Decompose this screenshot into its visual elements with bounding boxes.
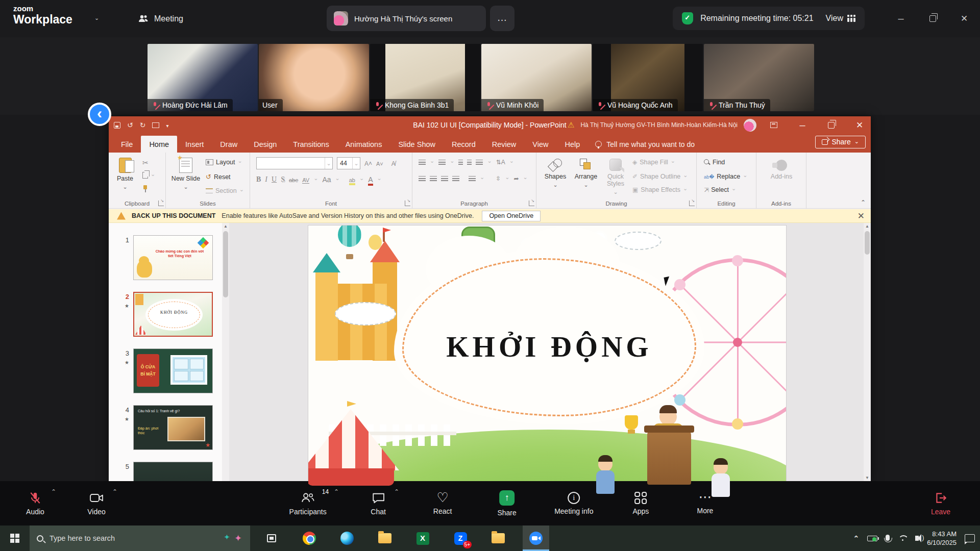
tab-view[interactable]: View <box>524 136 556 153</box>
ppt-minimize-button[interactable] <box>791 116 814 134</box>
previous-videos-button[interactable] <box>88 103 111 126</box>
decrease-indent-icon[interactable] <box>458 160 463 165</box>
shrink-font-icon[interactable] <box>376 159 383 167</box>
customize-qat-icon[interactable] <box>166 121 168 129</box>
close-button[interactable] <box>948 0 980 37</box>
tab-home[interactable]: Home <box>141 136 177 153</box>
shapes-button[interactable]: Shapes <box>542 159 569 189</box>
find-button[interactable]: Find <box>704 159 725 166</box>
video-options-chevron[interactable] <box>112 488 117 495</box>
tab-meeting[interactable]: Meeting <box>131 7 190 31</box>
video-tile[interactable]: Trần Thu Thuỷ <box>704 44 814 111</box>
thumbnail[interactable] <box>133 462 213 481</box>
speaker-icon[interactable] <box>915 536 919 541</box>
arrange-button[interactable]: Arrange <box>571 159 601 189</box>
align-text-icon[interactable]: ⇳ <box>496 175 501 182</box>
audio-options-chevron[interactable] <box>51 488 56 495</box>
tell-me-box[interactable]: Tell me what you want to do <box>595 136 695 153</box>
replace-button[interactable]: Replace <box>704 173 747 180</box>
search-highlights[interactable] <box>224 533 242 544</box>
tab-animations[interactable]: Animations <box>337 136 390 153</box>
leave-button[interactable]: Leave <box>919 481 963 525</box>
start-button[interactable] <box>0 525 30 551</box>
columns-icon[interactable] <box>469 176 476 182</box>
warning-icon[interactable] <box>568 120 574 130</box>
collapse-ribbon-icon[interactable] <box>861 199 866 206</box>
slide[interactable]: KHỞI ĐỘNG <box>308 226 786 511</box>
redo-icon[interactable] <box>140 121 146 129</box>
character-spacing-icon[interactable] <box>302 176 309 184</box>
account-avatar[interactable] <box>744 119 756 132</box>
thumbnail[interactable]: Câu hỏi số 1: Tranh vẽ gì? Đáp án: phơi … <box>133 405 213 450</box>
scroll-up-icon[interactable] <box>222 224 229 229</box>
excel-button[interactable] <box>409 525 436 551</box>
chrome-button[interactable] <box>296 525 323 551</box>
slide-thumbnail-2-selected[interactable]: 2 KHỞI ĐỘNG <box>116 292 222 337</box>
shape-effects-button[interactable]: Shape Effects <box>632 186 688 193</box>
tab-more-button[interactable] <box>490 6 514 31</box>
scroll-down-icon[interactable] <box>864 475 871 480</box>
bold-icon[interactable] <box>256 175 261 184</box>
paste-button[interactable]: Paste <box>113 158 137 191</box>
italic-icon[interactable] <box>265 175 267 184</box>
dialog-launcher-icon[interactable] <box>689 201 695 206</box>
ppt-restore-button[interactable] <box>820 116 842 134</box>
thumbnail[interactable]: Chào mừng các con đến với tiết Tiếng Việ… <box>133 235 213 280</box>
notification-center-icon[interactable] <box>965 534 975 542</box>
font-name-combo[interactable] <box>256 157 333 169</box>
grow-font-icon[interactable] <box>364 159 372 167</box>
view-button[interactable]: View <box>826 14 855 23</box>
zalo-button[interactable]: 5+ <box>447 525 474 551</box>
copy-button[interactable] <box>142 172 155 179</box>
tab-insert[interactable]: Insert <box>177 136 212 153</box>
slide-scrollbar[interactable] <box>864 223 871 481</box>
highlight-color-icon[interactable] <box>349 176 355 184</box>
tray-expand-icon[interactable] <box>853 534 859 543</box>
strikethrough-icon[interactable] <box>289 176 298 184</box>
quick-styles-button[interactable]: Quick Styles <box>603 159 628 196</box>
tab-slide-show[interactable]: Slide Show <box>390 136 444 153</box>
select-button[interactable]: Select <box>704 186 736 193</box>
chevron-down-icon[interactable] <box>94 14 99 22</box>
restore-button[interactable] <box>917 0 948 37</box>
dialog-launcher-icon[interactable] <box>405 201 410 206</box>
video-tile[interactable]: Vũ Hoàng Quốc Anh <box>593 44 703 111</box>
thumbnail[interactable]: Ô CỬA BÍ MẬT <box>133 348 213 393</box>
ribbon-display-options-button[interactable] <box>763 116 785 134</box>
underline-icon[interactable] <box>272 175 277 184</box>
folder-button[interactable] <box>485 525 511 551</box>
ppt-close-button[interactable] <box>848 116 871 134</box>
font-size-combo[interactable]: 44 <box>337 157 360 169</box>
video-tile[interactable]: Vũ Minh Khôi <box>481 44 592 111</box>
text-direction-icon[interactable]: ⇅A <box>496 159 505 166</box>
zoom-app-button[interactable] <box>523 525 549 551</box>
format-painter-button[interactable] <box>142 185 149 192</box>
cut-button[interactable] <box>142 159 149 167</box>
microphone-tray-icon[interactable] <box>886 535 890 541</box>
layout-button[interactable]: Layout <box>206 159 242 166</box>
slide-thumbnail-1[interactable]: 1 Chào mừng các con đến với tiết Tiếng V… <box>116 235 222 280</box>
share-screen-button[interactable]: Share <box>485 481 529 525</box>
justify-icon[interactable] <box>452 176 459 182</box>
audio-button[interactable]: Audio <box>13 481 57 525</box>
clear-formatting-icon[interactable] <box>391 159 396 167</box>
thumbnail[interactable]: KHỞI ĐỘNG <box>133 292 213 337</box>
font-color-icon[interactable] <box>368 176 373 184</box>
bullets-icon[interactable] <box>419 160 426 165</box>
video-tile[interactable]: User <box>259 44 369 111</box>
line-spacing-icon[interactable] <box>476 160 483 165</box>
slide-title[interactable]: KHỞI ĐỘNG <box>394 330 704 363</box>
change-case-icon[interactable] <box>322 176 331 184</box>
new-slide-button[interactable]: New Slide <box>171 158 201 191</box>
video-tile[interactable]: Khong Gia Binh 3b1 <box>370 44 480 111</box>
video-button[interactable]: Video <box>75 481 118 525</box>
file-explorer-button[interactable] <box>372 525 398 551</box>
scrollbar-thumb[interactable] <box>223 231 228 297</box>
banner-close-icon[interactable] <box>857 211 865 221</box>
tab-transitions[interactable]: Transitions <box>285 136 337 153</box>
slide-thumbnail-3[interactable]: 3 Ô CỬA BÍ MẬT <box>116 348 222 393</box>
tab-design[interactable]: Design <box>246 136 285 153</box>
slide-thumbnail-4[interactable]: 4 Câu hỏi số 1: Tranh vẽ gì? Đáp án: phơ… <box>116 405 222 450</box>
task-view-button[interactable] <box>258 525 285 551</box>
align-right-icon[interactable] <box>441 176 448 182</box>
